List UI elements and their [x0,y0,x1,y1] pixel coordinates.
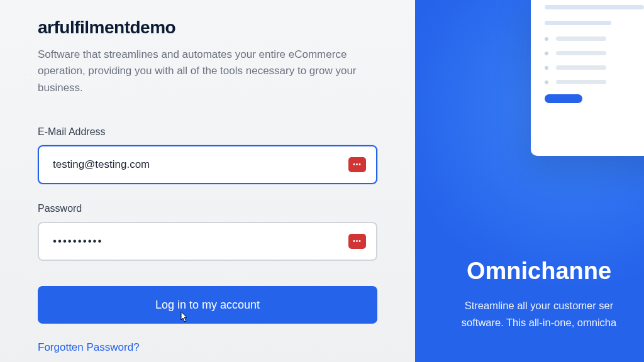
preview-skeleton-line [556,51,606,55]
password-label: Password [38,203,377,214]
preview-skeleton-line [556,65,606,70]
preview-dot-icon [545,37,548,41]
hero-panel: Omnichanne Streamline all your customer … [415,0,644,362]
preview-dot-icon [545,66,548,70]
login-panel: arfulfilmentdemo Software that streamlin… [0,0,415,362]
password-input-wrapper [38,222,377,261]
password-manager-icon[interactable] [348,234,366,249]
hero-text-line: software. This all-in-one, omnicha [434,314,644,331]
preview-pill [545,94,582,103]
preview-skeleton-line [545,21,611,25]
brand-title: arfulfilmentdemo [38,18,377,38]
preview-dot-icon [545,80,548,84]
brand-subtitle: Software that streamlines and automates … [38,47,365,96]
preview-list-row [545,80,644,84]
preview-list-row [545,65,644,70]
hero-title: Omnichanne [434,258,644,285]
password-field[interactable] [38,222,377,261]
password-manager-icon[interactable] [348,157,366,172]
preview-skeleton-line [545,5,644,9]
preview-card [531,0,644,156]
preview-skeleton-line [556,36,606,41]
preview-list-row [545,51,644,55]
preview-skeleton-line [556,80,606,84]
email-field[interactable] [38,145,377,184]
forgot-password-link[interactable]: Forgotten Password? [38,341,140,353]
hero-copy: Omnichanne Streamline all your customer … [434,258,644,331]
preview-list-row [545,36,644,41]
login-button[interactable]: Log in to my account [38,286,377,324]
email-label: E-Mail Address [38,126,377,138]
email-input-wrapper [38,145,377,184]
preview-dot-icon [545,52,548,55]
hero-text-line: Streamline all your customer ser [434,297,644,314]
